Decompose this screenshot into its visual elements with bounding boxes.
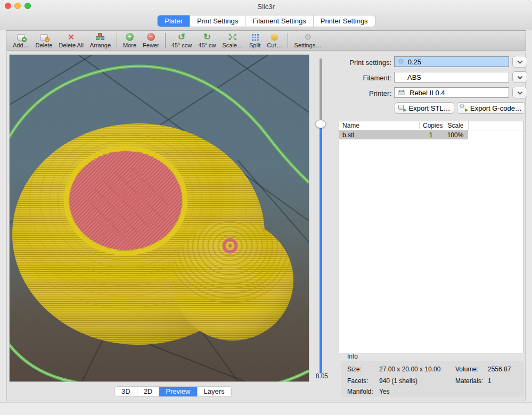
- layer-slider[interactable]: [320, 59, 322, 374]
- column-header-scale[interactable]: Scale: [443, 122, 468, 129]
- viewport-canvas: [10, 55, 309, 381]
- toolbar-separator: [165, 33, 166, 48]
- object-list-header: Name Copies Scale: [339, 121, 523, 130]
- rotate-cw-button[interactable]: ↻ 45° cw: [195, 31, 219, 50]
- printer-select[interactable]: Rebel II 0.4: [394, 87, 509, 98]
- fewer-copies-icon: −: [147, 33, 155, 41]
- view-preview-button[interactable]: Preview: [159, 387, 197, 396]
- materials-value: 1: [488, 377, 492, 385]
- print-settings-label: Print settings:: [340, 59, 391, 67]
- materials-label: Materials:: [455, 377, 483, 385]
- split-icon: [251, 33, 259, 41]
- settings-gear-icon: ⚙: [304, 33, 312, 42]
- status-strip: [0, 403, 532, 415]
- delete-all-icon: ✕: [68, 33, 75, 41]
- layer-slider-value: 8.05: [307, 372, 328, 380]
- info-section-title: Info: [347, 353, 358, 360]
- export-stl-icon: ▶: [398, 105, 406, 111]
- size-value: 27.00 x 20.00 x 10.00: [379, 366, 440, 373]
- printer-dropdown-button[interactable]: [512, 87, 527, 98]
- filament-label: Filament:: [340, 74, 391, 82]
- preview-3d-viewport[interactable]: [10, 55, 309, 381]
- fewer-button[interactable]: − Fewer: [140, 31, 162, 50]
- export-gcode-icon: ⚙▶: [460, 105, 468, 111]
- size-label: Size:: [347, 366, 362, 373]
- volume-label: Volume:: [455, 366, 478, 373]
- facets-label: Facets:: [347, 377, 368, 385]
- delete-all-button[interactable]: ✕ Delete All: [55, 31, 86, 50]
- more-button[interactable]: + More: [120, 31, 140, 50]
- chevron-down-icon: [517, 89, 522, 95]
- print-settings-dropdown-button[interactable]: [512, 56, 527, 68]
- layer-slider-thumb[interactable]: [315, 120, 326, 128]
- scale-icon: ↖↗↙↘: [228, 33, 237, 41]
- manifold-label: Manifold:: [347, 388, 373, 395]
- tab-printer-settings[interactable]: Printer Settings: [313, 15, 375, 27]
- cut-button[interactable]: Cut…: [264, 31, 285, 50]
- chevron-down-icon: [517, 74, 522, 79]
- cut-icon: [271, 33, 279, 42]
- scale-button[interactable]: ↖↗↙↘ Scale…: [219, 31, 246, 50]
- more-copies-icon: +: [126, 33, 134, 41]
- add-object-icon: +: [17, 34, 25, 40]
- filament-select[interactable]: ABS: [394, 72, 509, 82]
- column-header-name[interactable]: Name: [339, 122, 419, 129]
- delete-button[interactable]: – Delete: [32, 31, 56, 50]
- export-stl-button[interactable]: ▶ Export STL…: [395, 102, 454, 114]
- slic3r-window: Slic3r Plater Print Settings Filament Se…: [0, 0, 532, 415]
- preset-gear-icon: ⚙: [398, 58, 404, 65]
- tab-print-settings[interactable]: Print Settings: [190, 15, 245, 27]
- arrange-button[interactable]: Arrange: [87, 31, 114, 50]
- split-button[interactable]: Split: [246, 31, 264, 50]
- tab-filament-settings[interactable]: Filament Settings: [245, 15, 313, 27]
- column-header-copies[interactable]: Copies: [419, 122, 443, 129]
- table-row[interactable]: b.stl 1 100%: [339, 130, 468, 139]
- rotate-cw-icon: ↻: [203, 33, 211, 42]
- toolbar-separator: [288, 33, 288, 48]
- object-list: Name Copies Scale b.stl 1 100%: [339, 121, 524, 353]
- column-header-spacer: [468, 121, 523, 130]
- toolbar-separator: [117, 33, 117, 48]
- printer-icon: [398, 90, 405, 95]
- add-button[interactable]: + Add…: [10, 31, 32, 50]
- info-panel: Size: 27.00 x 20.00 x 10.00 Volume: 2556…: [341, 361, 524, 397]
- view-mode-switch: 3D 2D Preview Layers: [114, 386, 232, 397]
- chevron-down-icon: [517, 59, 522, 64]
- view-layers-button[interactable]: Layers: [197, 387, 231, 396]
- export-gcode-button[interactable]: ⚙▶ Export G-code…: [457, 102, 525, 114]
- main-tabbar: Plater Print Settings Filament Settings …: [157, 15, 375, 27]
- plater-toolbar: + Add… – Delete ✕ Delete All Arrange + M…: [6, 30, 526, 51]
- filament-dropdown-button[interactable]: [512, 71, 527, 83]
- large-dome-top-infill: [69, 151, 182, 250]
- rotate-ccw-icon: ↺: [178, 33, 185, 42]
- view-2d-button[interactable]: 2D: [137, 387, 159, 396]
- tab-plater[interactable]: Plater: [158, 15, 190, 27]
- view-3d-button[interactable]: 3D: [115, 387, 137, 396]
- arrange-icon: [96, 33, 105, 41]
- window-title: Slic3r: [0, 3, 532, 11]
- manifold-value: Yes: [379, 388, 390, 395]
- print-settings-select[interactable]: ⚙ 0.25: [394, 56, 509, 67]
- printer-label: Printer:: [340, 89, 391, 97]
- object-settings-button[interactable]: ⚙ Settings…: [291, 31, 324, 50]
- facets-value: 940 (1 shells): [379, 377, 418, 385]
- volume-value: 2556.87: [488, 366, 511, 373]
- delete-object-icon: –: [40, 34, 48, 40]
- rotate-ccw-button[interactable]: ↺ 45° ccw: [168, 31, 195, 50]
